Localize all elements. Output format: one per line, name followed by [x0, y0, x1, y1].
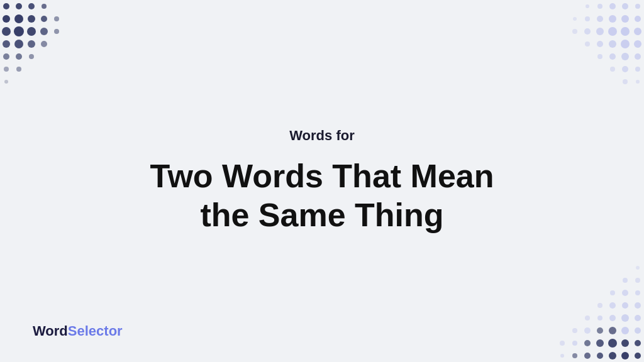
svg-point-26: [609, 3, 616, 9]
svg-point-68: [560, 341, 565, 346]
svg-point-12: [40, 28, 48, 35]
svg-point-41: [634, 40, 641, 48]
subtitle-text: Words for: [150, 128, 494, 144]
main-container: Words for Two Words That Mean the Same T…: [0, 0, 644, 362]
svg-point-17: [41, 41, 47, 47]
svg-point-46: [635, 53, 641, 60]
svg-point-86: [610, 290, 615, 295]
svg-point-8: [54, 16, 59, 21]
svg-point-83: [597, 303, 602, 308]
svg-point-15: [14, 40, 23, 48]
svg-point-4: [3, 15, 10, 23]
logo-selector: Selector: [68, 323, 123, 339]
svg-point-62: [635, 340, 641, 346]
svg-point-69: [635, 327, 641, 334]
svg-point-79: [585, 315, 590, 321]
svg-point-3: [42, 4, 47, 9]
svg-point-10: [14, 26, 24, 36]
svg-point-47: [621, 53, 629, 60]
svg-point-50: [635, 67, 640, 72]
svg-point-38: [596, 28, 604, 35]
svg-point-55: [635, 353, 641, 359]
svg-point-60: [572, 353, 577, 358]
svg-point-22: [16, 67, 21, 72]
svg-point-82: [609, 302, 616, 309]
svg-point-85: [622, 290, 628, 296]
svg-point-14: [3, 40, 10, 48]
svg-point-89: [636, 266, 640, 270]
svg-point-36: [621, 27, 630, 36]
svg-point-32: [597, 16, 603, 22]
svg-point-11: [27, 27, 36, 36]
svg-point-77: [609, 315, 616, 321]
svg-point-51: [622, 66, 628, 72]
svg-point-63: [621, 339, 629, 347]
svg-point-57: [609, 352, 616, 359]
logo: WordSelector: [33, 323, 123, 339]
svg-point-29: [635, 16, 641, 22]
svg-point-81: [622, 302, 628, 309]
svg-point-1: [16, 3, 22, 9]
svg-point-64: [608, 339, 617, 348]
svg-point-45: [585, 41, 590, 47]
svg-point-34: [573, 17, 577, 21]
svg-point-61: [560, 354, 564, 358]
dots-top-right-decoration: [518, 0, 644, 126]
svg-point-49: [597, 54, 602, 59]
svg-point-80: [635, 302, 641, 309]
svg-point-73: [584, 327, 591, 334]
svg-point-76: [621, 314, 629, 322]
svg-point-56: [621, 352, 629, 359]
svg-point-67: [572, 341, 577, 346]
svg-point-43: [609, 40, 616, 48]
svg-point-2: [28, 3, 35, 9]
svg-point-13: [54, 29, 59, 34]
svg-point-58: [597, 353, 603, 359]
svg-point-74: [572, 328, 577, 333]
svg-point-33: [585, 16, 590, 21]
svg-point-9: [2, 27, 11, 36]
svg-point-35: [634, 28, 641, 35]
svg-point-27: [597, 4, 602, 9]
svg-point-20: [29, 54, 34, 59]
svg-point-53: [636, 80, 640, 84]
svg-point-7: [41, 16, 47, 22]
svg-point-59: [584, 353, 591, 359]
svg-point-30: [621, 15, 629, 23]
svg-point-70: [621, 327, 629, 334]
svg-point-25: [622, 3, 628, 9]
svg-point-65: [596, 339, 604, 347]
svg-point-52: [610, 67, 615, 72]
svg-point-18: [3, 53, 9, 60]
svg-point-88: [623, 278, 628, 283]
svg-point-42: [621, 40, 630, 48]
svg-point-31: [609, 15, 616, 23]
svg-point-40: [572, 29, 577, 34]
svg-point-23: [4, 80, 8, 84]
main-content: Words for Two Words That Mean the Same T…: [150, 128, 494, 235]
svg-point-37: [608, 27, 617, 36]
svg-point-28: [586, 4, 589, 8]
svg-point-75: [635, 315, 641, 321]
dots-top-left-decoration: [0, 0, 101, 101]
svg-point-66: [584, 340, 591, 346]
main-title: Two Words That Mean the Same Thing: [150, 156, 494, 235]
svg-point-24: [635, 4, 640, 9]
svg-point-19: [16, 53, 22, 60]
logo-word: Word: [33, 323, 68, 339]
svg-point-21: [4, 67, 9, 72]
dots-bottom-right-decoration: [506, 236, 644, 362]
svg-point-6: [28, 15, 35, 23]
svg-point-0: [3, 3, 9, 9]
svg-point-54: [623, 79, 628, 84]
svg-point-84: [635, 290, 640, 295]
svg-point-39: [584, 28, 591, 35]
svg-point-72: [597, 327, 603, 334]
svg-point-48: [609, 53, 616, 60]
svg-point-87: [635, 278, 640, 283]
svg-point-5: [14, 14, 23, 23]
title-line1: Two Words That Mean: [150, 158, 494, 194]
svg-point-71: [609, 327, 616, 334]
title-line2: the Same Thing: [200, 197, 443, 233]
svg-point-78: [597, 315, 602, 321]
